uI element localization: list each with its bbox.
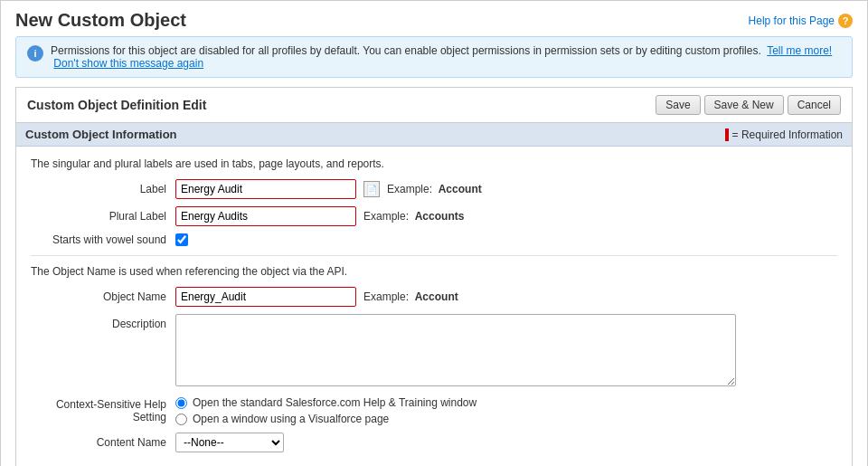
- plural-label-control-wrapper: Example: Accounts: [175, 206, 464, 226]
- help-setting-row: Context-Sensitive Help Setting Open the …: [31, 396, 837, 425]
- content-name-label: Content Name: [31, 436, 175, 449]
- plural-example-text: Example: Accounts: [363, 210, 464, 223]
- radio-option2-label: Open a window using a Visualforce page: [193, 413, 389, 425]
- description-label: Description: [31, 314, 175, 330]
- object-name-input[interactable]: [175, 287, 356, 307]
- save-button[interactable]: Save: [656, 95, 700, 115]
- description-control-wrapper: [175, 314, 736, 389]
- vowel-control-wrapper: [175, 233, 188, 246]
- toolbar-buttons: Save Save & New Cancel: [656, 95, 841, 115]
- label-control-wrapper: 📄 Example: Account: [175, 179, 482, 199]
- co-info-title: Custom Object Information: [25, 128, 177, 141]
- object-name-label: Object Name: [31, 290, 175, 303]
- help-link[interactable]: Help for this Page ?: [749, 14, 853, 28]
- form-section: Custom Object Definition Edit Save Save …: [15, 87, 853, 466]
- content-name-control-wrapper: --None--: [175, 433, 284, 452]
- section-divider: [31, 255, 837, 256]
- object-name-example-value: Account: [415, 290, 458, 303]
- object-name-control-wrapper: Example: Account: [175, 287, 458, 307]
- api-hint: The Object Name is used when referencing…: [31, 265, 837, 278]
- section-header-title: Custom Object Definition Edit: [27, 98, 206, 112]
- co-info-header: Custom Object Information = Required Inf…: [16, 123, 852, 147]
- description-textarea[interactable]: [175, 314, 736, 386]
- radio-option1-label: Open the standard Salesforce.com Help & …: [193, 396, 476, 409]
- description-row: Description: [31, 314, 837, 389]
- dismiss-link[interactable]: Don't show this message again: [53, 57, 203, 70]
- vowel-row: Starts with vowel sound: [31, 233, 837, 246]
- help-icon: ?: [838, 14, 853, 28]
- plural-label-input[interactable]: [175, 206, 356, 226]
- help-setting-label: Context-Sensitive Help Setting: [31, 396, 175, 423]
- required-text: = Required Information: [732, 128, 843, 141]
- page-wrapper: New Custom Object Help for this Page ? i…: [0, 0, 868, 466]
- help-setting-radio-group: Open the standard Salesforce.com Help & …: [175, 396, 476, 425]
- tell-me-more-link[interactable]: Tell me more!: [767, 44, 832, 57]
- vowel-field-label: Starts with vowel sound: [31, 233, 175, 246]
- label-row: Label 📄 Example: Account: [31, 179, 837, 199]
- plural-label-field-label: Plural Label: [31, 210, 175, 223]
- vowel-checkbox[interactable]: [175, 233, 188, 246]
- info-banner: i Permissions for this object are disabl…: [15, 36, 853, 78]
- radio-option2-input[interactable]: [175, 414, 187, 425]
- info-text: Permissions for this object are disabled…: [51, 44, 841, 70]
- help-link-text: Help for this Page: [749, 14, 835, 27]
- save-new-button[interactable]: Save & New: [704, 95, 784, 115]
- plural-label-row: Plural Label Example: Accounts: [31, 206, 837, 226]
- page-title: New Custom Object: [15, 10, 186, 31]
- content-name-row: Content Name --None--: [31, 433, 837, 452]
- label-input[interactable]: [175, 179, 356, 199]
- object-name-example-text: Example: Account: [363, 290, 458, 303]
- form-hint: The singular and plural labels are used …: [31, 157, 837, 170]
- plural-example-value: Accounts: [415, 210, 465, 223]
- cancel-button[interactable]: Cancel: [788, 95, 841, 115]
- section-header-bar: Custom Object Definition Edit Save Save …: [16, 88, 852, 123]
- required-bar-icon: [725, 128, 729, 141]
- page-header: New Custom Object Help for this Page ?: [1, 1, 867, 36]
- content-name-select[interactable]: --None--: [175, 433, 284, 452]
- label-field-label: Label: [31, 183, 175, 195]
- help-setting-option2[interactable]: Open a window using a Visualforce page: [175, 413, 476, 425]
- info-icon: i: [27, 45, 43, 62]
- help-setting-option1[interactable]: Open the standard Salesforce.com Help & …: [175, 396, 476, 409]
- object-name-row: Object Name Example: Account: [31, 287, 837, 307]
- info-message: Permissions for this object are disabled…: [51, 44, 761, 57]
- label-example-value: Account: [439, 183, 482, 195]
- form-body: The singular and plural labels are used …: [16, 147, 852, 466]
- label-lookup-icon[interactable]: 📄: [363, 181, 380, 197]
- label-example-text: Example: Account: [387, 183, 482, 195]
- required-legend: = Required Information: [725, 128, 843, 141]
- radio-option1-input[interactable]: [175, 397, 187, 409]
